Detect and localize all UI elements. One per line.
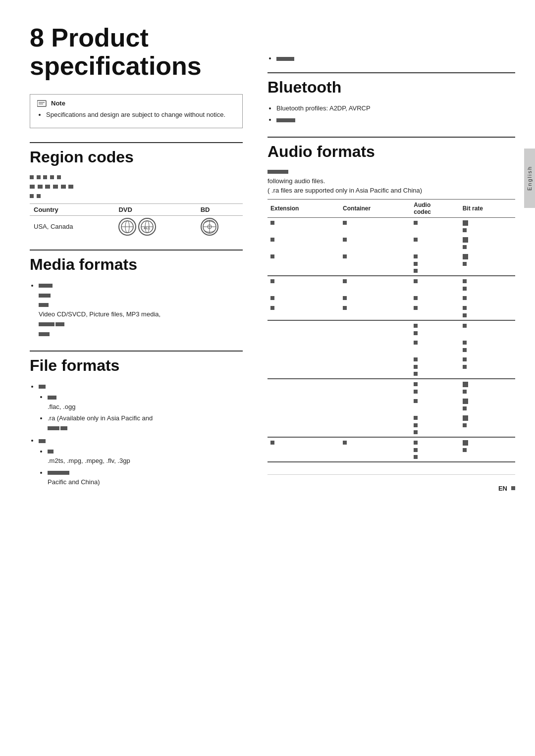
region-col-bd: BD [197,203,243,215]
video-sub-1: .m2ts, .mpg, .mpeg, .flv, .3gp [48,447,243,466]
audio-table: Extension Container Audiocodec Bit rate [268,199,515,462]
audio-sublist: .flac, .ogg .ra (Available only in Asia … [39,392,243,433]
table-row [268,396,515,413]
region-codes-content: Country DVD BD USA, Canada [30,173,243,238]
right-column: Bluetooth Bluetooth profiles: A2DP, AVRC… [258,24,515,732]
audio-note-1: following audio files. [268,177,515,185]
dvd-icon-1 [118,218,136,236]
region-text-1 [30,173,243,181]
region-col-country: Country [30,203,114,215]
file-divider [30,351,243,352]
media-list: Video CD/SVCD, Picture files, MP3 media, [30,281,243,339]
audio-note-2: ( .ra files are supported only in Asia P… [268,187,515,194]
region-text-3 [30,192,243,200]
note-label: Note [51,100,65,107]
svg-text:ALL: ALL [144,226,151,230]
col-bitrate: Bit rate [460,199,515,217]
video-sub-2: Pacific and China) [48,468,243,487]
table-row [268,354,515,379]
dvd-icons: ALL [118,218,192,236]
table-row [268,303,515,320]
video-sublist: .m2ts, .mpg, .mpeg, .flv, .3gp Pacific a… [39,447,243,487]
left-column: 8 Productspecifications Note Sp [30,24,258,732]
col-container: Container [340,199,411,217]
audio-divider [268,137,515,138]
table-row [268,379,515,396]
note-box: Note Specifications and design are subje… [30,94,243,128]
media-item-1: Video CD/SVCD, Picture files, MP3 media, [39,281,243,339]
bluetooth-content: Bluetooth profiles: A2DP, AVRCP [268,103,515,125]
sidebar-tab: English [524,149,535,208]
file-item-video: .m2ts, .mpg, .mpeg, .flv, .3gp Pacific a… [39,436,243,487]
bd-icon [201,218,218,236]
top-item [276,53,515,63]
region-col-dvd: DVD [114,203,196,215]
table-row [268,320,515,338]
bt-list: Bluetooth profiles: A2DP, AVRCP [268,103,515,125]
file-formats-title: File formats [30,356,243,375]
region-codes-title: Region codes [30,148,243,166]
file-item-audio: .flac, .ogg .ra (Available only in Asia … [39,382,243,433]
region-divider [30,142,243,143]
table-row: USA, Canada [30,215,243,238]
dvd-icon-2: ALL [138,218,156,236]
dvd-cell: ALL [114,215,196,238]
svg-rect-0 [37,101,46,106]
table-row [268,252,515,276]
sidebar-label: English [527,166,533,191]
audio-formats-content: following audio files. ( .ra files are s… [268,168,515,462]
footer: EN [268,474,515,492]
note-content: Specifications and design are subject to… [37,110,235,120]
region-table: Country DVD BD USA, Canada [30,203,243,238]
note-item: Specifications and design are subject to… [46,110,235,120]
table-row [268,413,515,437]
top-list [268,53,515,63]
audio-table-header: Extension Container Audiocodec Bit rate [268,199,515,217]
table-row [268,293,515,303]
audio-formats-title: Audio formats [268,143,515,161]
table-row [268,276,515,293]
table-row [268,217,515,235]
table-row [268,235,515,252]
file-list: .flac, .ogg .ra (Available only in Asia … [30,382,243,487]
chapter-title: 8 Productspecifications [30,24,243,80]
bluetooth-title: Bluetooth [268,78,515,97]
col-extension: Extension [268,199,340,217]
audio-sub-1: .flac, .ogg [48,392,243,411]
table-row [268,437,515,462]
audio-note-label [268,168,515,175]
audio-sub-2: .ra (Available only in Asia Pacific and [48,413,243,433]
bd-cell [197,215,243,238]
note-icon [37,100,47,107]
media-formats-content: Video CD/SVCD, Picture files, MP3 media, [30,281,243,339]
media-formats-title: Media formats [30,255,243,274]
file-formats-content: .flac, .ogg .ra (Available only in Asia … [30,382,243,487]
bt-divider [268,72,515,73]
page: English 8 Productspecifications Note [0,0,535,756]
footer-label: EN [498,485,507,492]
bt-item-2 [276,115,515,125]
media-divider [30,250,243,251]
country-cell: USA, Canada [30,215,114,238]
table-row [268,338,515,354]
main-content: 8 Productspecifications Note Sp [0,0,535,756]
footer-icon [511,486,515,490]
bt-item-1: Bluetooth profiles: A2DP, AVRCP [276,103,515,113]
region-text-2 [30,183,243,190]
col-audio-codec: Audiocodec [411,199,459,217]
note-header: Note [37,100,235,107]
top-bullet [268,24,515,63]
